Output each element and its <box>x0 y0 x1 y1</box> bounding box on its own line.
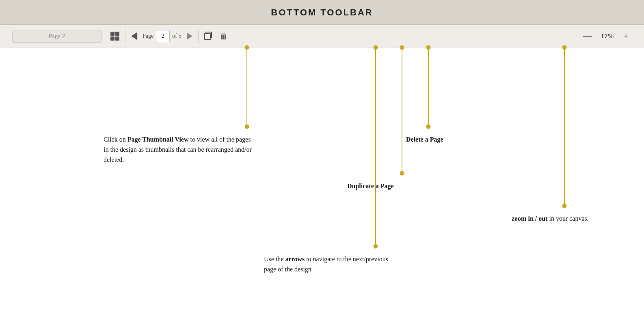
zoom-value-display: 17% <box>597 32 618 40</box>
arrows-bottom-dot <box>374 244 378 249</box>
thumbnail-bottom-dot <box>245 125 249 129</box>
arrows-annotation-text: Use the arrows to navigate to the next/p… <box>264 254 402 275</box>
duplicate-line <box>402 47 402 173</box>
page-label-input[interactable]: Page 2 <box>12 30 102 43</box>
delete-page-button[interactable]: 🗑 <box>216 29 231 43</box>
zoom-out-button[interactable]: — <box>579 30 595 42</box>
of-total-text: of 5 <box>170 33 184 39</box>
divider-1 <box>125 29 125 43</box>
delete-annotation-text: Delete a Page <box>406 135 443 145</box>
right-arrow-icon <box>187 32 192 40</box>
duplicate-bottom-dot <box>400 171 404 176</box>
arrows-line <box>375 47 376 246</box>
main-content: Click on Page Thumbnail View to view all… <box>0 47 644 327</box>
zoom-group: — 17% + <box>579 30 632 42</box>
header-bar: BOTTOM TOOLBAR <box>0 0 644 25</box>
next-page-button[interactable] <box>184 30 196 42</box>
duplicate-icon <box>204 32 213 41</box>
thumbnail-view-button[interactable] <box>107 29 123 43</box>
header-title: BOTTOM TOOLBAR <box>271 7 373 17</box>
left-arrow-icon <box>131 32 137 40</box>
thumbnail-line <box>246 47 247 127</box>
trash-icon: 🗑 <box>220 32 228 41</box>
duplicate-page-button[interactable] <box>201 29 216 43</box>
bottom-toolbar: Page 2 Page 2 of 5 🗑 — 17% <box>0 25 644 47</box>
thumbnail-icon <box>110 32 119 41</box>
zoom-in-button[interactable]: + <box>620 30 632 42</box>
prev-page-button[interactable] <box>128 30 140 42</box>
zoom-bottom-dot <box>562 204 567 208</box>
page-nav-group: Page 2 of 5 <box>140 30 184 42</box>
zoom-line <box>564 47 565 206</box>
page-number-box[interactable]: 2 <box>156 30 170 42</box>
zoom-annotation-text: zoom in / out in your canvas. <box>512 214 589 224</box>
thumbnail-annotation-text: Click on Page Thumbnail View to view all… <box>104 135 254 165</box>
delete-line <box>428 47 429 127</box>
delete-bottom-dot <box>426 125 431 129</box>
page-label-text: Page <box>140 33 156 39</box>
duplicate-annotation-text: Duplicate a Page <box>347 181 394 191</box>
divider-2 <box>198 29 199 43</box>
